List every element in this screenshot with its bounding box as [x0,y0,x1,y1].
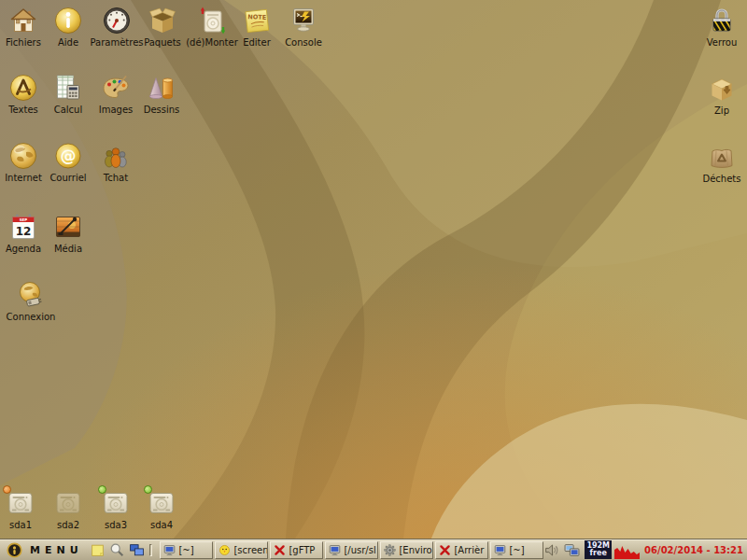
desktop-icon-label: Console [285,37,322,48]
calendar-icon [8,212,38,242]
lock-icon [707,6,737,35]
desktop-icon-label: Média [54,244,82,254]
info-icon [53,6,83,35]
clock: 06/02/2014 - 13:21 [644,545,743,555]
desktop-icon-label: Paquets [144,37,181,48]
zip-icon [707,74,737,104]
notes-icon[interactable] [90,542,106,558]
trash-icon [707,142,737,172]
desktop-icon-label: sda1 [9,520,32,530]
chick-icon [218,544,231,556]
desktop-icon-zip[interactable]: Zip [689,74,747,116]
memory-free-badge: 192M free [585,540,612,559]
desktop-icon-grid: FichiersAideParamètresPaquets(dé)MonterE… [0,0,747,539]
menu-label: MENU [30,544,83,556]
volume-icon[interactable] [543,542,559,558]
menu-button[interactable]: MENU [2,539,88,560]
drive-icon [147,488,176,518]
quick-launch-area [88,542,147,558]
drive-icon [6,488,35,518]
green-status-badge [98,485,106,494]
terminal-icon [494,544,506,556]
desktop-icon-label: Déchets [703,174,741,184]
drive-icon [53,488,83,518]
package-icon [148,6,177,35]
globe-icon [8,141,38,171]
desktop-icon-verrou[interactable]: Verrou [689,6,747,48]
desktop-icon-console[interactable]: Console [271,6,336,48]
note-icon [242,6,272,35]
task-button-2[interactable]: [gFTP [270,541,323,559]
task-button-label: [screen [233,545,268,555]
desktop-icon-label: sda3 [105,520,127,530]
tray-icon-area [543,542,582,558]
palette-icon [101,73,131,103]
desktop-icon-label: Textes [8,105,38,115]
desktop-icon-label: Editer [243,37,271,48]
chat-icon [101,141,131,171]
desktop-icon-dechets[interactable]: Déchets [689,142,747,184]
task-button-6[interactable]: [~] [490,541,543,559]
shapes-icon [147,73,176,103]
task-button-5[interactable]: [Arrièr [435,541,488,559]
desktop-icon-connexion[interactable]: Connexion [0,280,63,322]
spreadsheet-icon [53,73,83,103]
mail-icon [53,141,83,171]
mount-icon [197,6,227,35]
task-button-label: [~] [178,545,193,555]
house-icon [8,6,38,35]
terminal-icon [163,544,176,556]
terminal-icon [329,544,341,556]
desktop-icon-label: Zip [714,105,729,116]
desktop-icon-label: Courriel [49,173,86,183]
connection-icon [16,280,46,310]
desktop-icon-label: Tchat [104,173,128,183]
network-icon[interactable] [562,542,582,558]
cpu-graph-icon[interactable] [614,541,640,559]
gear-icon [384,544,396,556]
desktop-icon-label: Aide [58,37,78,48]
desktop-icon-sda4[interactable]: sda4 [129,488,194,530]
desktop-icon-label: sda2 [57,520,79,530]
desktop-icon-label: Verrou [707,37,738,48]
desktop-icon-media[interactable]: Média [35,212,101,254]
desktop-icon-label: Calcul [54,105,83,115]
console-icon [289,6,318,35]
desktop-icon-label: Images [99,105,134,115]
desktop-icon-label: Dessins [144,105,180,115]
abiword-icon [8,73,38,103]
desktop-icon-label: Connexion [7,312,56,322]
task-button-list: [~][screen[gFTP[/usr/sl[Enviro[Arrièr[~] [160,541,543,559]
desktop-icon-tchat[interactable]: Tchat [83,141,148,183]
taskbar: MENU [~][screen[gFTP[/usr/sl[Enviro[Arri… [0,539,747,560]
task-button-label: [Arrièr [454,545,484,555]
task-button-label: [Enviro [399,545,431,555]
slitaz-logo-icon [7,542,22,558]
task-button-label: [/usr/sl [344,545,375,555]
gauge-icon [102,6,132,35]
desktop: FichiersAideParamètresPaquets(dé)MonterE… [0,0,747,560]
xapp-icon [439,544,451,556]
orange-status-badge [3,485,11,494]
desktop-icon-dessins[interactable]: Dessins [129,73,194,115]
task-button-label: [~] [509,545,524,555]
drive-icon [101,488,131,518]
memory-free-label: free [586,550,610,557]
windows-icon[interactable] [129,542,145,558]
desktop-pager[interactable] [149,544,153,556]
task-button-1[interactable]: [screen [215,541,268,559]
desktop-icon-label: sda4 [150,520,173,530]
green-status-badge [144,485,152,494]
task-button-3[interactable]: [/usr/sl [325,541,378,559]
media-icon [53,212,83,242]
task-button-4[interactable]: [Enviro [380,541,433,559]
xapp-icon [274,544,286,556]
task-button-label: [gFTP [289,545,315,555]
task-button-0[interactable]: [~] [160,541,213,559]
search-icon[interactable] [109,542,125,558]
system-tray: 192M free 06/02/2014 - 13:21 [543,540,745,559]
